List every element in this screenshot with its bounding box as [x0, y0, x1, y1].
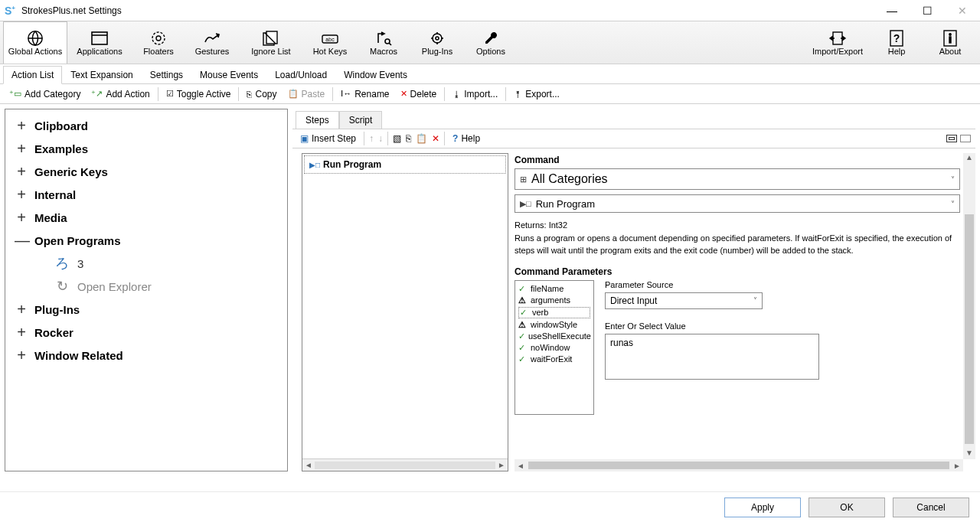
- svg-text:abc: abc: [325, 37, 335, 42]
- action-export-[interactable]: ⭱Export...: [509, 87, 564, 101]
- tree-category-clipboard[interactable]: +Clipboard: [8, 114, 284, 137]
- svg-rect-6: [266, 31, 277, 44]
- ok-button[interactable]: OK: [808, 498, 885, 517]
- param-waitforexit[interactable]: ✓waitForExit: [518, 354, 590, 364]
- action-delete[interactable]: ✕Delete: [396, 87, 442, 101]
- value-input[interactable]: [605, 334, 819, 380]
- toolbar-plug-ins[interactable]: Plug-Ins: [410, 21, 464, 64]
- steps-tab-script[interactable]: Script: [339, 111, 383, 129]
- edit-step-icon[interactable]: ▧: [393, 133, 401, 144]
- import-icon: ⭳: [452, 90, 461, 99]
- param-source-combo[interactable]: Direct Input ˅: [605, 292, 763, 309]
- category-value: All Categories: [531, 172, 951, 186]
- toolbar-global-actions[interactable]: Global Actions: [3, 21, 67, 64]
- svg-rect-1: [92, 32, 107, 44]
- steps-hscroll[interactable]: ◄►: [302, 458, 508, 471]
- expand-icon[interactable]: +: [8, 117, 34, 135]
- detail-vscroll[interactable]: ▲▼: [963, 153, 975, 459]
- detail-hscroll[interactable]: ◄►: [514, 459, 963, 471]
- action-import-[interactable]: ⭳Import...: [448, 87, 502, 101]
- action-add-action[interactable]: ⁺↗Add Action: [87, 87, 154, 101]
- param-filename[interactable]: ✓fileName: [518, 284, 590, 294]
- toolbar-hot-keys[interactable]: abcHot Keys: [303, 21, 357, 64]
- app-icon: S+: [5, 5, 17, 17]
- subtab-mouse-events[interactable]: Mouse Events: [191, 66, 266, 84]
- action-toggle-active[interactable]: ☑Toggle Active: [162, 87, 236, 101]
- toolbar-floaters[interactable]: Floaters: [132, 21, 185, 64]
- expand-icon[interactable]: +: [8, 140, 34, 158]
- expand-icon[interactable]: +: [8, 347, 34, 364]
- globe-icon: [27, 30, 44, 47]
- tree-action--[interactable]: ろ3: [8, 252, 284, 275]
- delete-icon: ✕: [400, 89, 407, 99]
- step-row[interactable]: ▶□ Run Program: [304, 155, 506, 174]
- paste-step-icon[interactable]: 📋: [416, 133, 427, 144]
- move-down-icon[interactable]: ↓: [378, 133, 383, 144]
- tree-action-open-explorer[interactable]: ↻Open Explorer: [8, 275, 284, 298]
- action-rename[interactable]: Ⅰ↔Rename: [336, 87, 394, 101]
- subtab-settings[interactable]: Settings: [142, 66, 191, 84]
- check-icon: ✓: [520, 308, 529, 318]
- toolbar-gestures[interactable]: Gestures: [185, 21, 239, 64]
- svg-point-11: [433, 34, 442, 43]
- warning-icon: ⚠: [518, 320, 528, 330]
- param-nowindow[interactable]: ✓noWindow: [518, 343, 590, 353]
- param-windowstyle[interactable]: ⚠windowStyle: [518, 320, 590, 330]
- subtab-action-list[interactable]: Action List: [3, 66, 62, 84]
- insert-step-button[interactable]: ▣ Insert Step: [297, 132, 359, 145]
- floater-icon: [151, 30, 166, 47]
- maximize-button[interactable]: ☐: [910, 0, 945, 21]
- restore-pane-icon[interactable]: [946, 135, 957, 142]
- command-combo[interactable]: ▶□ Run Program ˅: [514, 194, 960, 213]
- tree-category-examples[interactable]: +Examples: [8, 137, 284, 160]
- toolbar-help[interactable]: ?Help: [870, 21, 923, 64]
- expand-icon[interactable]: +: [8, 301, 34, 318]
- run-icon: ▶□: [520, 199, 531, 209]
- apply-button[interactable]: Apply: [724, 498, 801, 517]
- subtab-window-events[interactable]: Window Events: [335, 66, 416, 84]
- step-label: Run Program: [323, 159, 381, 170]
- sub-tabs: Action ListText ExpansionSettingsMouse E…: [0, 64, 980, 84]
- subtab-text-expansion[interactable]: Text Expansion: [62, 66, 141, 84]
- expand-icon[interactable]: +: [8, 186, 34, 204]
- tree-category-open-programs[interactable]: —Open Programs: [8, 229, 284, 252]
- toolbar-applications[interactable]: Applications: [67, 21, 132, 64]
- check-icon: ✓: [518, 354, 528, 364]
- steps-tab-steps[interactable]: Steps: [296, 111, 339, 129]
- expand-icon[interactable]: +: [8, 209, 34, 227]
- tree-category-rocker[interactable]: +Rocker: [8, 321, 284, 344]
- move-up-icon[interactable]: ↑: [369, 133, 374, 144]
- toolbar-about[interactable]: About: [923, 21, 977, 64]
- copy-step-icon[interactable]: ⎘: [406, 133, 411, 144]
- svg-point-17: [949, 33, 951, 34]
- svg-point-3: [152, 32, 165, 44]
- param-useshellexecute[interactable]: ✓useShellExecute: [518, 331, 590, 341]
- main-toolbar: Global ActionsApplicationsFloatersGestur…: [0, 21, 980, 64]
- tree-category-plug-ins[interactable]: +Plug-Ins: [8, 298, 284, 321]
- param-verb[interactable]: ✓verb: [518, 307, 590, 318]
- param-arguments[interactable]: ⚠arguments: [518, 295, 590, 305]
- delete-step-icon[interactable]: ✕: [432, 133, 439, 144]
- help-button[interactable]: ? Help: [449, 132, 483, 145]
- action-copy[interactable]: ⎘Copy: [242, 87, 281, 101]
- hotkey-icon: abc: [322, 30, 338, 47]
- toolbar-macros[interactable]: Macros: [357, 21, 410, 64]
- toolbar-ignore-list[interactable]: Ignore List: [239, 21, 303, 64]
- collapse-icon[interactable]: —: [8, 232, 34, 250]
- toolbar-options[interactable]: Options: [464, 21, 518, 64]
- minimize-button[interactable]: —: [874, 0, 910, 21]
- toolbar-import-export[interactable]: Import/Export: [805, 21, 870, 64]
- tree-category-internal[interactable]: +Internal: [8, 183, 284, 206]
- expand-icon[interactable]: +: [8, 163, 34, 181]
- tree-category-window-related[interactable]: +Window Related: [8, 344, 284, 367]
- tree-category-media[interactable]: +Media: [8, 206, 284, 229]
- maximize-pane-icon[interactable]: [960, 135, 971, 142]
- tree-category-generic-keys[interactable]: +Generic Keys: [8, 160, 284, 183]
- close-button[interactable]: ✕: [945, 0, 980, 21]
- expand-icon[interactable]: +: [8, 324, 34, 341]
- cancel-button[interactable]: Cancel: [893, 498, 969, 517]
- params-list: ✓fileName⚠arguments✓verb⚠windowStyle✓use…: [514, 280, 594, 415]
- action-add-category[interactable]: ⁺▭Add Category: [5, 87, 85, 101]
- category-combo[interactable]: ⊞ All Categories ˅: [514, 168, 960, 190]
- subtab-load-unload[interactable]: Load/Unload: [266, 66, 335, 84]
